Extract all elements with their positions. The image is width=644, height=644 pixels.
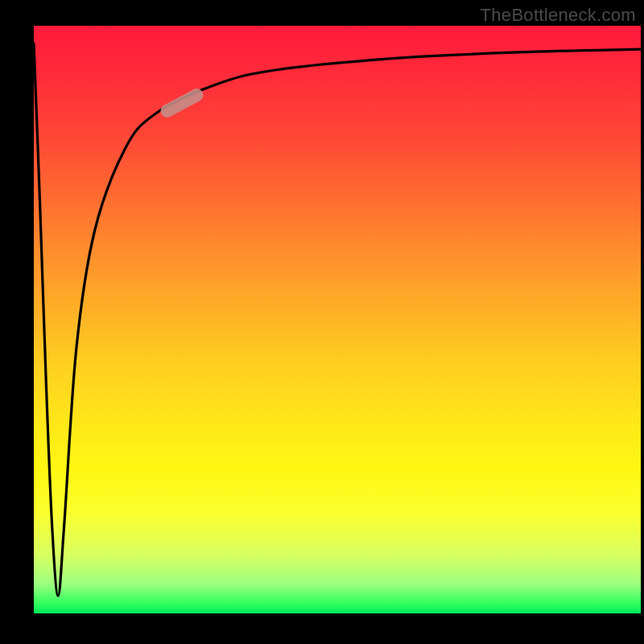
chart-frame: TheBottleneck.com: [0, 0, 644, 644]
plot-area: [34, 26, 641, 613]
attribution-text: TheBottleneck.com: [481, 5, 636, 26]
bottleneck-curve: [34, 43, 641, 596]
curve-layer: [34, 26, 641, 613]
